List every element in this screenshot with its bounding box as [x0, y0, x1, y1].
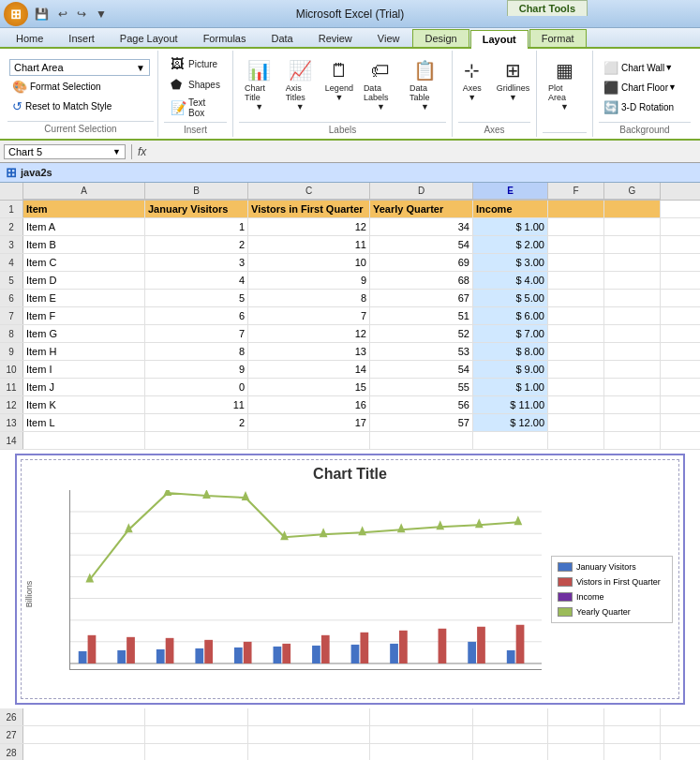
- cell-28-e[interactable]: [473, 744, 548, 760]
- row-header-8[interactable]: 8: [0, 325, 23, 342]
- cell-27-d[interactable]: [370, 726, 473, 743]
- tab-format[interactable]: Format: [529, 29, 587, 47]
- chart-title-button[interactable]: 📊 Chart Title ▼: [241, 54, 278, 114]
- cell-13-b[interactable]: 2: [145, 414, 248, 431]
- cell-6-e[interactable]: $ 5.00: [473, 290, 548, 306]
- cell-3-b[interactable]: 2: [145, 236, 248, 253]
- chart-wall-button[interactable]: ⬜ Chart Wall ▼: [601, 59, 676, 77]
- 3d-rotation-button[interactable]: 🔄 3-D Rotation: [601, 98, 677, 116]
- picture-button[interactable]: 🖼 Picture: [166, 54, 225, 73]
- cell-7-a[interactable]: Item F: [23, 307, 145, 324]
- cell-28-d[interactable]: [370, 744, 473, 760]
- row-header-3[interactable]: 3: [0, 236, 23, 253]
- row-header-5[interactable]: 5: [0, 272, 23, 289]
- row-header-12[interactable]: 12: [0, 396, 23, 413]
- undo-qat-button[interactable]: ↩: [55, 6, 70, 22]
- cell-26-b[interactable]: [145, 708, 248, 725]
- cell-5-g[interactable]: [604, 272, 661, 289]
- cell-5-f[interactable]: [548, 272, 604, 289]
- col-header-f[interactable]: F: [548, 183, 604, 200]
- axes-button[interactable]: ⊹ Axes ▼: [455, 54, 489, 105]
- cell-12-a[interactable]: Item K: [23, 396, 145, 413]
- cell-5-d[interactable]: 68: [370, 272, 473, 289]
- gridlines-button[interactable]: ⊞ Gridlines ▼: [493, 54, 534, 105]
- cell-9-b[interactable]: 8: [145, 343, 248, 360]
- cell-1-d[interactable]: Yearly Quarter: [370, 201, 473, 217]
- cell-1-g[interactable]: [604, 201, 661, 217]
- cell-9-g[interactable]: [604, 343, 661, 360]
- cell-5-a[interactable]: Item D: [23, 272, 145, 289]
- cell-10-e[interactable]: $ 9.00: [473, 361, 548, 378]
- cell-28-b[interactable]: [145, 744, 248, 760]
- cell-10-b[interactable]: 9: [145, 361, 248, 378]
- col-header-a[interactable]: A: [23, 183, 145, 200]
- cell-11-b[interactable]: 0: [145, 379, 248, 395]
- cell-14-e[interactable]: [473, 432, 548, 449]
- cell-10-c[interactable]: 14: [248, 361, 370, 378]
- cell-11-g[interactable]: [604, 379, 661, 395]
- chart-floor-button[interactable]: ⬛ Chart Floor ▼: [601, 79, 679, 97]
- cell-14-f[interactable]: [548, 432, 604, 449]
- cell-28-g[interactable]: [604, 744, 661, 760]
- cell-2-g[interactable]: [604, 218, 661, 235]
- tab-data[interactable]: Data: [259, 29, 305, 47]
- cell-2-b[interactable]: 1: [145, 218, 248, 235]
- cell-11-e[interactable]: $ 1.00: [473, 379, 548, 395]
- cell-5-c[interactable]: 9: [248, 272, 370, 289]
- cell-7-c[interactable]: 7: [248, 307, 370, 324]
- cell-13-e[interactable]: $ 12.00: [473, 414, 548, 431]
- cell-14-c[interactable]: [248, 432, 370, 449]
- cell-13-f[interactable]: [548, 414, 604, 431]
- cell-7-f[interactable]: [548, 307, 604, 324]
- tab-home[interactable]: Home: [4, 29, 55, 47]
- chart-area-dropdown[interactable]: Chart Area ▼: [9, 59, 150, 76]
- cell-3-g[interactable]: [604, 236, 661, 253]
- cell-27-c[interactable]: [248, 726, 370, 743]
- cell-6-b[interactable]: 5: [145, 290, 248, 306]
- cell-8-e[interactable]: $ 7.00: [473, 325, 548, 342]
- cell-12-d[interactable]: 56: [370, 396, 473, 413]
- col-header-d[interactable]: D: [370, 183, 473, 200]
- cell-12-b[interactable]: 11: [145, 396, 248, 413]
- cell-8-c[interactable]: 12: [248, 325, 370, 342]
- tab-design[interactable]: Design: [412, 29, 469, 47]
- cell-1-a[interactable]: Item: [23, 201, 145, 217]
- cell-4-d[interactable]: 69: [370, 254, 473, 271]
- row-header-6[interactable]: 6: [0, 290, 23, 306]
- chart-wrapper[interactable]: Chart Title Billions: [15, 454, 685, 705]
- tab-formulas[interactable]: Formulas: [191, 29, 259, 47]
- cell-8-f[interactable]: [548, 325, 604, 342]
- row-header-14[interactable]: 14: [0, 432, 23, 449]
- cell-9-f[interactable]: [548, 343, 604, 360]
- row-header-27[interactable]: 27: [0, 726, 23, 743]
- row-header-28[interactable]: 28: [0, 744, 23, 760]
- data-labels-button[interactable]: 🏷 Data Labels ▼: [360, 54, 402, 114]
- cell-5-e[interactable]: $ 4.00: [473, 272, 548, 289]
- cell-7-b[interactable]: 6: [145, 307, 248, 324]
- cell-13-d[interactable]: 57: [370, 414, 473, 431]
- cell-28-a[interactable]: [23, 744, 145, 760]
- cell-13-a[interactable]: Item L: [23, 414, 145, 431]
- cell-10-d[interactable]: 54: [370, 361, 473, 378]
- cell-8-g[interactable]: [604, 325, 661, 342]
- col-header-g[interactable]: G: [604, 183, 661, 200]
- cell-27-a[interactable]: [23, 726, 145, 743]
- tab-view[interactable]: View: [365, 29, 412, 47]
- cell-6-g[interactable]: [604, 290, 661, 306]
- cell-12-g[interactable]: [604, 396, 661, 413]
- cell-10-f[interactable]: [548, 361, 604, 378]
- cell-3-c[interactable]: 11: [248, 236, 370, 253]
- cell-28-f[interactable]: [548, 744, 604, 760]
- cell-7-g[interactable]: [604, 307, 661, 324]
- cell-26-f[interactable]: [548, 708, 604, 725]
- cell-14-d[interactable]: [370, 432, 473, 449]
- cell-26-d[interactable]: [370, 708, 473, 725]
- cell-10-a[interactable]: Item I: [23, 361, 145, 378]
- cell-27-g[interactable]: [604, 726, 661, 743]
- axis-titles-button[interactable]: 📈 Axis Titles ▼: [282, 54, 319, 114]
- row-header-4[interactable]: 4: [0, 254, 23, 271]
- plot-area-button[interactable]: ▦ Plot Area ▼: [544, 54, 585, 114]
- cell-13-c[interactable]: 17: [248, 414, 370, 431]
- cell-1-e[interactable]: Income: [473, 201, 548, 217]
- cell-14-b[interactable]: [145, 432, 248, 449]
